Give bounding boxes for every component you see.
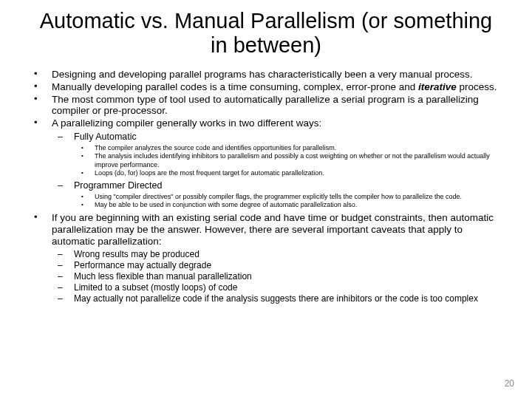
sub-list: Fully Automatic The compiler analyzes th… <box>52 132 504 209</box>
sub-item: Programmer Directed Using "compiler dire… <box>52 180 504 209</box>
page-number: 20 <box>505 378 514 389</box>
bullet-item: If you are beginning with an existing se… <box>28 212 504 304</box>
caveat-item: Much less flexible than manual paralleli… <box>52 271 504 282</box>
bullet-item: Manually developing parallel codes is a … <box>28 81 504 93</box>
text: Fully Automatic <box>74 132 137 142</box>
sub-sub-item: May be able to be used in conjunction wi… <box>74 201 504 209</box>
text: If you are beginning with an existing se… <box>52 212 494 247</box>
bullet-item: The most common type of tool used to aut… <box>28 94 504 117</box>
bullet-item: Designing and developing parallel progra… <box>28 69 504 81</box>
sub-sub-item: The analysis includes identifying inhibi… <box>74 152 504 169</box>
sub-item: Fully Automatic The compiler analyzes th… <box>52 132 504 177</box>
caveat-item: May actually not parallelize code if the… <box>52 293 504 304</box>
caveat-item: Wrong results may be produced <box>52 249 504 260</box>
text: Manually developing parallel codes is a … <box>52 81 418 92</box>
caveat-list: Wrong results may be produced Performanc… <box>52 249 504 304</box>
sub-sub-list: The compiler analyzes the source code an… <box>74 144 504 177</box>
slide-title: Automatic vs. Manual Parallelism (or som… <box>28 9 504 58</box>
caveat-item: Limited to a subset (mostly loops) of co… <box>52 282 504 293</box>
text: process. <box>457 81 497 92</box>
bullet-list: Designing and developing parallel progra… <box>28 69 504 304</box>
bullet-item: A parallelizing compiler generally works… <box>28 117 504 209</box>
text: A parallelizing compiler generally works… <box>52 117 321 129</box>
caveat-item: Performance may actually degrade <box>52 260 504 271</box>
sub-sub-item: Using "compiler directives" or possibly … <box>74 193 504 201</box>
text: Programmer Directed <box>74 180 162 191</box>
sub-sub-item: The compiler analyzes the source code an… <box>74 144 504 152</box>
sub-sub-list: Using "compiler directives" or possibly … <box>74 193 504 210</box>
sub-sub-item: Loops (do, for) loops are the most frequ… <box>74 169 504 177</box>
emphasis: iterative <box>418 81 457 92</box>
